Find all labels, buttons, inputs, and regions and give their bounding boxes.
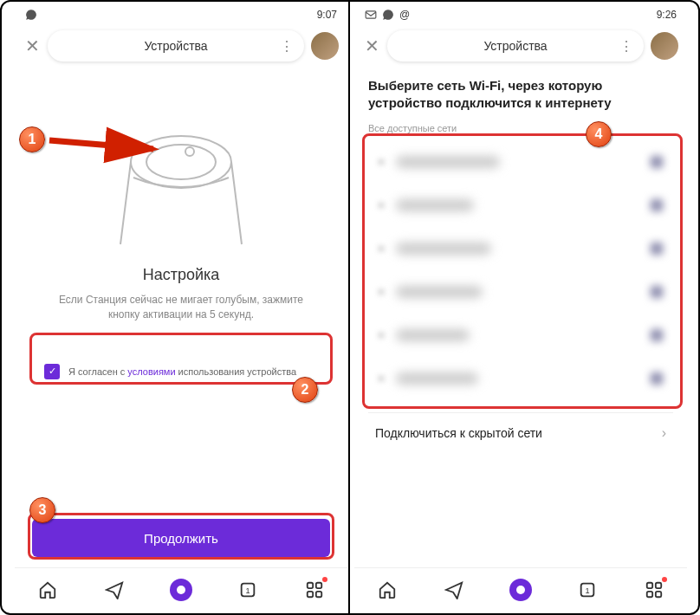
svg-rect-5 — [307, 582, 312, 587]
avatar[interactable] — [651, 32, 678, 60]
phone-screen-left: 9:07 ✕ Устройства ⋮ Настройка Если С — [15, 4, 347, 611]
setup-description: Если Станция сейчас не мигает голубым, з… — [29, 293, 334, 322]
phone-screen-right: @ 9:26 ✕ Устройства ⋮ Выберите сеть Wi-F… — [354, 4, 687, 611]
terms-link[interactable]: условиями — [127, 366, 175, 377]
wifi-network-item[interactable] — [368, 357, 673, 400]
wifi-network-item[interactable] — [368, 270, 673, 314]
more-icon[interactable]: ⋮ — [280, 38, 294, 55]
chevron-right-icon: › — [662, 425, 666, 441]
terms-text: Я согласен с условиями использования уст… — [68, 366, 296, 377]
nav-home-icon[interactable] — [376, 579, 399, 601]
status-time: 9:26 — [657, 9, 677, 21]
header-pill[interactable]: Устройства ⋮ — [387, 30, 644, 62]
nav-send-icon[interactable] — [103, 579, 126, 601]
svg-rect-15 — [655, 591, 660, 596]
header-row: ✕ Устройства ⋮ — [354, 25, 687, 67]
whatsapp-icon — [25, 9, 37, 21]
tutorial-frame: 9:07 ✕ Устройства ⋮ Настройка Если С — [0, 0, 700, 615]
status-time: 9:07 — [317, 9, 337, 21]
svg-point-2 — [185, 147, 194, 156]
svg-rect-13 — [655, 582, 660, 587]
svg-point-1 — [146, 145, 216, 179]
whatsapp-icon — [382, 9, 394, 21]
svg-text:1: 1 — [245, 586, 250, 594]
device-illustration — [103, 110, 259, 249]
nav-alice-icon[interactable] — [170, 579, 192, 601]
terms-row[interactable]: ✓ Я согласен с условиями использования у… — [32, 348, 330, 395]
nav-tabs-icon[interactable]: 1 — [237, 579, 259, 601]
nav-send-icon[interactable] — [443, 579, 465, 601]
wifi-network-item[interactable] — [368, 184, 673, 227]
bottom-nav: 1 — [354, 567, 687, 611]
status-bar: @ 9:26 — [354, 4, 687, 25]
bottom-nav: 1 — [15, 567, 347, 611]
svg-rect-12 — [646, 582, 651, 587]
svg-rect-7 — [307, 591, 312, 596]
close-icon[interactable]: ✕ — [23, 36, 41, 56]
header-pill[interactable]: Устройства ⋮ — [48, 30, 304, 62]
status-bar: 9:07 — [15, 4, 347, 25]
wifi-heading: Выберите сеть Wi-Fi, через которую устро… — [368, 77, 673, 111]
nav-services-icon[interactable] — [303, 579, 326, 601]
close-icon[interactable]: ✕ — [363, 36, 380, 56]
header-title: Устройства — [144, 39, 207, 53]
nav-home-icon[interactable] — [36, 579, 59, 601]
svg-rect-9 — [366, 11, 376, 18]
header-title: Устройства — [483, 39, 547, 53]
more-icon[interactable]: ⋮ — [619, 38, 633, 55]
header-row: ✕ Устройства ⋮ — [15, 25, 347, 67]
wifi-network-item[interactable] — [368, 140, 673, 184]
nav-tabs-icon[interactable]: 1 — [576, 579, 599, 601]
avatar[interactable] — [311, 32, 339, 60]
phone-divider — [348, 2, 350, 613]
svg-rect-14 — [646, 591, 651, 596]
wifi-content: Выберите сеть Wi-Fi, через которую устро… — [354, 67, 687, 453]
nav-alice-icon[interactable] — [509, 579, 532, 601]
wifi-list — [368, 140, 673, 400]
mail-icon — [365, 9, 377, 21]
terms-checkbox[interactable]: ✓ — [44, 364, 60, 379]
hidden-network-button[interactable]: Подключиться к скрытой сети › — [368, 412, 673, 453]
setup-content: Настройка Если Станция сейчас не мигает … — [15, 110, 347, 395]
setup-title: Настройка — [29, 266, 334, 284]
svg-rect-6 — [315, 582, 321, 587]
svg-rect-8 — [315, 591, 321, 596]
wifi-network-item[interactable] — [368, 227, 673, 270]
wifi-subheading: Все доступные сети — [368, 123, 673, 133]
nav-services-icon[interactable] — [643, 579, 665, 601]
at-icon: @ — [399, 9, 410, 21]
svg-text:1: 1 — [585, 586, 589, 594]
continue-button[interactable]: Продолжить — [32, 519, 330, 557]
wifi-network-item[interactable] — [368, 314, 673, 357]
